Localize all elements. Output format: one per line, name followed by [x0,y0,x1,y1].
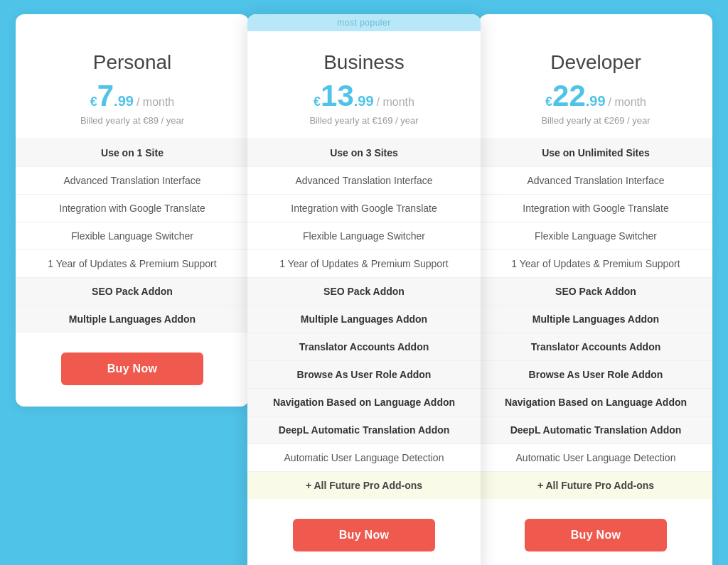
price-currency: € [545,95,552,108]
buy-button-wrap: Buy Now [16,333,249,385]
pricing-container: most populerPersonal€7.99/ monthBilled y… [16,14,712,565]
price-currency: € [314,95,321,108]
price-billed: Billed yearly at €169 / year [262,115,466,126]
buy-button-wrap: Buy Now [479,499,712,551]
price-decimal: .99 [114,94,134,108]
feature-item: Navigation Based on Language Addon [479,388,712,416]
plan-header: Developer€22.99/ monthBilled yearly at €… [479,31,712,139]
plan-card-developer: most populerDeveloper€22.99/ monthBilled… [479,14,712,565]
feature-item: SEO Pack Addon [479,277,712,305]
plan-header: Business€13.99/ monthBilled yearly at €1… [247,31,481,139]
feature-item: + All Future Pro Add-ons [247,471,481,499]
feature-item: Integration with Google Translate [479,194,712,222]
feature-item: Translator Accounts Addon [247,333,481,360]
plan-price: €7.99/ month [30,81,235,111]
feature-item: Translator Accounts Addon [479,333,712,360]
price-currency: € [90,95,97,108]
price-whole: 7 [97,81,114,111]
feature-item: Multiple Languages Addon [247,305,481,333]
feature-item: DeepL Automatic Translation Addon [479,416,712,443]
feature-item: 1 Year of Updates & Premium Support [16,249,249,277]
feature-item: Advanced Translation Interface [16,166,249,194]
price-decimal: .99 [586,94,606,108]
feature-item: Use on 1 Site [16,139,249,166]
plan-name: Developer [493,51,698,74]
feature-item: Integration with Google Translate [247,194,481,222]
feature-item: Automatic User Language Detection [479,443,712,471]
feature-item: + All Future Pro Add-ons [479,471,712,499]
feature-item: Automatic User Language Detection [247,443,481,471]
most-popular-badge: most populer [247,14,481,31]
feature-item: Use on Unlimited Sites [479,139,712,166]
feature-item: DeepL Automatic Translation Addon [247,416,481,443]
features-list: Use on 3 SitesAdvanced Translation Inter… [247,139,481,499]
price-billed: Billed yearly at €269 / year [493,115,698,126]
feature-item: Integration with Google Translate [16,194,249,222]
price-period: / month [136,96,174,109]
plan-header: Personal€7.99/ monthBilled yearly at €89… [16,31,249,139]
feature-item: Flexible Language Switcher [247,222,481,249]
features-list: Use on 1 SiteAdvanced Translation Interf… [16,139,249,333]
feature-item: Browse As User Role Addon [247,360,481,388]
price-decimal: .99 [354,94,374,108]
price-whole: 13 [321,81,354,111]
feature-item: Multiple Languages Addon [479,305,712,333]
feature-item: Advanced Translation Interface [479,166,712,194]
plan-card-personal: most populerPersonal€7.99/ monthBilled y… [16,14,249,407]
feature-item: Browse As User Role Addon [479,360,712,388]
feature-item: Use on 3 Sites [247,139,481,166]
buy-button-wrap: Buy Now [247,499,481,551]
price-period: / month [377,96,414,109]
price-period: / month [609,96,646,109]
price-whole: 22 [552,81,586,111]
plan-price: €13.99/ month [262,81,466,111]
feature-item: SEO Pack Addon [247,277,481,305]
feature-item: Flexible Language Switcher [16,222,249,249]
plan-price: €22.99/ month [493,81,698,111]
feature-item: Multiple Languages Addon [16,305,249,333]
buy-now-button-personal[interactable]: Buy Now [61,353,203,385]
feature-item: 1 Year of Updates & Premium Support [247,249,481,277]
features-list: Use on Unlimited SitesAdvanced Translati… [479,139,712,499]
feature-item: 1 Year of Updates & Premium Support [479,249,712,277]
price-billed: Billed yearly at €89 / year [30,115,235,126]
plan-name: Business [262,51,466,74]
feature-item: Navigation Based on Language Addon [247,388,481,416]
plan-name: Personal [30,51,235,74]
plan-card-business: most populerBusiness€13.99/ monthBilled … [247,14,481,565]
feature-item: Advanced Translation Interface [247,166,481,194]
buy-now-button-developer[interactable]: Buy Now [525,519,667,551]
feature-item: SEO Pack Addon [16,277,249,305]
buy-now-button-business[interactable]: Buy Now [293,519,435,551]
feature-item: Flexible Language Switcher [479,222,712,249]
